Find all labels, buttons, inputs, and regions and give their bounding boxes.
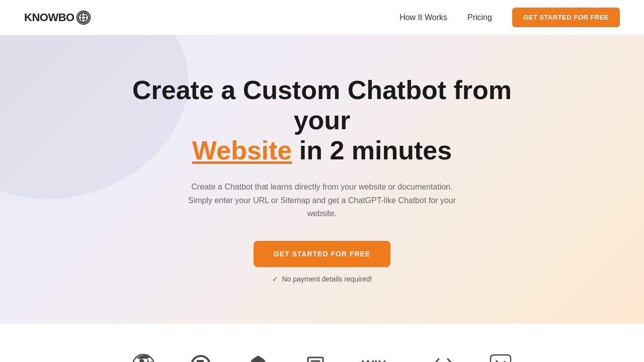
- svg-point-3: [82, 13, 86, 23]
- logo-icon: [76, 11, 91, 25]
- drupal-logo: [247, 354, 269, 362]
- nav-links: How It Works Pricing GET STARTED FOR FRE…: [399, 8, 620, 27]
- hero-note: ✓ No payment details required!: [20, 275, 624, 283]
- typo3-logo: [190, 354, 212, 362]
- hero-title-highlight: Website: [192, 136, 292, 165]
- wix-logo: WIX: [362, 357, 397, 362]
- hero-subtitle: Create a Chatbot that learns directly fr…: [181, 180, 463, 220]
- logos-section: WIX: [0, 324, 644, 362]
- svg-point-0: [78, 13, 89, 23]
- check-icon: ✓: [272, 275, 278, 283]
- logo[interactable]: KNOWBO: [24, 11, 91, 25]
- hero-title-part1: Create a Custom Chatbot from your: [132, 75, 512, 135]
- logo-text: KNOWBO: [24, 11, 74, 24]
- hero-note-text: No payment details required!: [282, 275, 372, 283]
- custom-code-logo: [432, 356, 454, 362]
- nav-cta-button[interactable]: GET STARTED FOR FREE: [512, 8, 620, 27]
- navbar: KNOWBO How It Works Pricing GET STARTED …: [0, 0, 644, 35]
- nextjs-logo: [490, 354, 512, 362]
- squarespace-logo: [304, 354, 327, 362]
- svg-text:WIX: WIX: [362, 357, 387, 362]
- nav-pricing[interactable]: Pricing: [467, 13, 492, 22]
- wordpress-logo: [132, 354, 154, 362]
- svg-rect-8: [491, 355, 511, 362]
- hero-section: Create a Custom Chatbot from your Websit…: [0, 35, 644, 323]
- nav-how-it-works[interactable]: How It Works: [399, 13, 447, 22]
- hero-title: Create a Custom Chatbot from your Websit…: [121, 75, 523, 165]
- hero-title-part2: in 2 minutes: [299, 136, 452, 165]
- hero-cta-button[interactable]: GET STARTED FOR FREE: [254, 241, 390, 267]
